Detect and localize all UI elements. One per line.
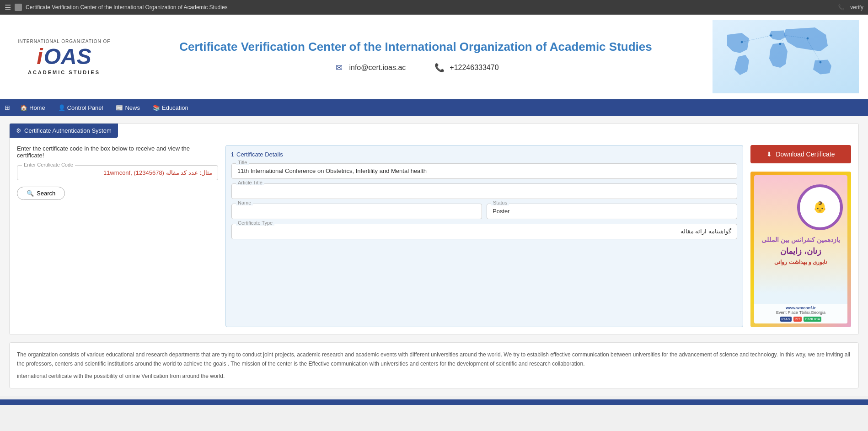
site-header: INTERNATIONAL ORGANIZATION OF i OAS ACAD… [0, 15, 868, 99]
download-label: Download Certificate [776, 151, 835, 158]
education-icon: 📚 [153, 104, 160, 111]
browser-phone: 📞 [838, 4, 845, 11]
cert-body: Enter the certificate code in the box be… [10, 138, 858, 334]
nav-news[interactable]: 📰 News [110, 102, 145, 114]
civilica-badge: CIVILICA [804, 317, 821, 322]
browser-verify: verify [850, 4, 863, 11]
article-title-value [231, 183, 737, 199]
nav-news-label: News [125, 104, 140, 111]
logo-oas: OAS [44, 46, 91, 68]
ad-poster: 👶 یازدهمین کنفرانس بین المللی زنان، زایم… [750, 172, 851, 327]
cert-section-header-icon: ⚙ [16, 127, 21, 134]
cert-code-input-group: Enter Certificate Code [17, 165, 218, 180]
ad-logos-row: IOAS IST CIVILICA [757, 317, 845, 322]
nav-education-label: Education [162, 104, 188, 111]
download-button[interactable]: ⬇ Download Certificate [750, 145, 851, 163]
phone-icon: 📞 [433, 61, 446, 74]
ad-conf-title: یازدهمین کنفرانس بین المللی [758, 235, 844, 245]
cert-code-input[interactable] [23, 169, 212, 176]
svg-point-6 [770, 34, 772, 37]
contact-phone: 📞 +12246333470 [433, 61, 498, 74]
phone-label: +12246333470 [450, 64, 498, 72]
logo-ioas: i OAS [37, 46, 91, 68]
browser-right: 📞 verify [838, 4, 863, 11]
nav-control-panel[interactable]: 👤 Control Panel [53, 102, 109, 114]
ad-circle: 👶 [797, 184, 843, 230]
site-title: Certificate Verification Center of the I… [179, 40, 652, 54]
cert-description: Enter the certificate code in the box be… [17, 145, 218, 159]
news-icon: 📰 [116, 104, 123, 111]
nav-home[interactable]: 🏠 Home [15, 102, 51, 114]
status-field: Status Poster [487, 204, 737, 219]
sidebar-ad: ⬇ Download Certificate 👶 یازدهمین کنفران… [750, 145, 851, 327]
main-content: ⚙ Certificate Authentication System Ente… [0, 116, 868, 396]
control-panel-icon: 👤 [58, 104, 65, 111]
cert-details-header: ℹ Certificate Details [231, 151, 737, 158]
nav-bar: ⊞ 🏠 Home 👤 Control Panel 📰 News 📚 Educat… [0, 99, 868, 116]
logo-i: i [37, 46, 43, 68]
browser-title: Certificate Verification Center of the I… [26, 4, 834, 11]
cert-type-label: Certificate Type [236, 220, 274, 226]
ist-badge: IST [793, 317, 802, 322]
contact-row: ✉ info@cert.ioas.ac 📞 +12246333470 [332, 61, 498, 74]
nav-home-label: Home [29, 104, 45, 111]
title-field: Title 11th International Conference on O… [231, 163, 737, 179]
nav-control-panel-label: Control Panel [67, 104, 103, 111]
name-field: Name [231, 204, 482, 219]
download-icon: ⬇ [766, 151, 772, 158]
info-icon: ℹ [231, 151, 234, 158]
svg-point-9 [820, 61, 822, 64]
logo-area: INTERNATIONAL ORGANIZATION OF i OAS ACAD… [9, 39, 119, 75]
contact-email: ✉ info@cert.ioas.ac [332, 61, 406, 74]
name-label: Name [236, 200, 253, 205]
nav-grid-icon: ⊞ [5, 104, 10, 111]
footer-text2: international certificate with the possi… [17, 372, 851, 381]
article-title-label: Article Title [236, 180, 264, 185]
ad-bottom: www.wmconf.ir Event Place Tbilisi,Georgi… [754, 304, 847, 323]
cert-details-panel: ℹ Certificate Details Title 11th Interna… [225, 145, 743, 327]
home-icon: 🏠 [20, 104, 27, 111]
ad-location: Event Place Tbilisi,Georgia [757, 310, 845, 315]
search-icon: 🔍 [27, 190, 34, 197]
cert-code-label: Enter Certificate Code [22, 162, 75, 167]
search-button-label: Search [37, 190, 55, 197]
email-label: info@cert.ioas.ac [349, 64, 406, 72]
cert-section-header: ⚙ Certificate Authentication System [10, 124, 118, 138]
svg-point-5 [741, 41, 743, 43]
ad-title-fa-main: زنان، زایمان [758, 245, 844, 258]
browser-menu-icon[interactable]: ☰ [5, 3, 11, 12]
bottom-bar [0, 399, 868, 405]
logo-text-top: INTERNATIONAL ORGANIZATION OF [18, 39, 111, 44]
field-row-name-status: Name Status Poster [231, 204, 737, 224]
header-map [713, 20, 859, 93]
logo-text-bottom: ACADEMIC STUDIES [28, 70, 100, 75]
cert-type-value: گواهینامه ارائه مقاله [231, 224, 737, 239]
cert-section: ⚙ Certificate Authentication System Ente… [9, 123, 859, 335]
title-value: 11th International Conference on Obstetr… [231, 163, 737, 179]
ad-title-fa: یازدهمین کنفرانس بین المللی زنان، زایمان… [754, 235, 847, 267]
ad-subtitle-fa: نابوری و بهداشت روانی [758, 258, 844, 267]
article-title-field: Article Title [231, 183, 737, 199]
cert-details-title: Certificate Details [236, 151, 283, 158]
name-value [231, 204, 482, 219]
title-label: Title [236, 160, 249, 165]
ioas-badge: IOAS [780, 317, 792, 322]
email-icon: ✉ [332, 61, 345, 74]
svg-point-8 [779, 43, 782, 45]
browser-favicon [15, 4, 22, 11]
footer-section: The organization consists of various edu… [9, 342, 859, 388]
nav-education[interactable]: 📚 Education [147, 102, 194, 114]
browser-bar: ☰ Certificate Verification Center of the… [0, 0, 868, 15]
search-button[interactable]: 🔍 Search [17, 187, 65, 200]
footer-text1: The organization consists of various edu… [17, 350, 851, 369]
ad-website: www.wmconf.ir [757, 306, 845, 310]
svg-point-7 [807, 38, 809, 40]
status-value: Poster [487, 204, 737, 219]
cert-section-header-title: Certificate Authentication System [24, 127, 112, 134]
cert-left: Enter the certificate code in the box be… [17, 145, 218, 327]
header-center: Certificate Verification Center of the I… [119, 40, 713, 74]
cert-type-field: Certificate Type گواهینامه ارائه مقاله [231, 224, 737, 239]
ad-poster-inner: 👶 یازدهمین کنفرانس بین المللی زنان، زایم… [754, 175, 847, 323]
status-label: Status [491, 200, 509, 205]
